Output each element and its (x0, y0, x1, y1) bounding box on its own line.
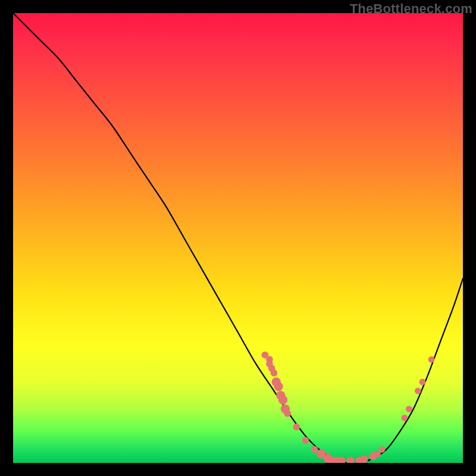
marker-dot (278, 396, 287, 405)
marker-dot (271, 369, 278, 377)
marker-dot (415, 388, 421, 394)
marker-dot (406, 406, 412, 412)
curve-markers (262, 352, 435, 463)
marker-dot (428, 356, 435, 363)
plot-area (13, 13, 463, 463)
marker-dot (293, 424, 300, 431)
bottleneck-curve (13, 13, 463, 463)
marker-dot (401, 415, 408, 421)
marker-dot (346, 456, 355, 463)
curve-svg (13, 13, 463, 463)
marker-dot (360, 455, 368, 463)
marker-dot (419, 379, 426, 386)
marker-dot (302, 437, 309, 444)
chart-frame: TheBottleneck.com (0, 0, 476, 476)
marker-dot (379, 446, 386, 453)
marker-dot (274, 382, 283, 391)
marker-dot (311, 446, 318, 453)
marker-dot (284, 410, 291, 417)
